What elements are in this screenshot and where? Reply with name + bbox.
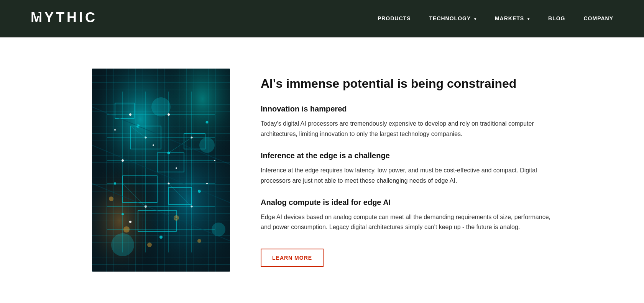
svg-point-45: [123, 226, 130, 233]
svg-rect-1: [36, 13, 40, 16]
nav-link-products[interactable]: PRODUCTS: [378, 15, 411, 21]
svg-line-55: [169, 138, 192, 153]
svg-rect-20: [169, 187, 192, 205]
svg-line-57: [169, 183, 192, 206]
section-body-2: Inference at the edge requires low laten…: [261, 165, 552, 186]
svg-rect-2: [92, 69, 230, 272]
svg-rect-21: [138, 210, 176, 231]
svg-line-58: [92, 145, 230, 203]
svg-rect-22: [115, 103, 134, 118]
svg-point-39: [168, 152, 170, 154]
circuit-board-image: [92, 69, 230, 272]
svg-line-60: [92, 107, 230, 164]
section-body-1: Today's digital AI processors are tremen…: [261, 119, 552, 139]
svg-rect-23: [184, 134, 205, 149]
svg-point-49: [109, 197, 113, 201]
svg-rect-19: [123, 176, 157, 203]
section-body-3: Edge AI devices based on analog compute …: [261, 212, 552, 233]
logo-text: MYTHIC: [31, 9, 107, 28]
svg-point-43: [206, 121, 209, 124]
section-title-3: Analog compute is ideal for edge AI: [261, 198, 552, 207]
svg-rect-18: [157, 153, 184, 172]
svg-text:MYTHIC: MYTHIC: [31, 10, 97, 25]
nav-item-markets[interactable]: MARKETS ▾: [495, 15, 530, 22]
logo[interactable]: MYTHIC: [31, 9, 107, 28]
svg-point-29: [168, 183, 170, 185]
svg-point-51: [199, 138, 215, 153]
chevron-down-icon: ▾: [474, 17, 476, 21]
page-title: AI's immense potential is being constrai…: [261, 76, 552, 91]
svg-point-31: [191, 206, 193, 208]
svg-point-32: [153, 144, 154, 146]
nav-item-blog[interactable]: BLOG: [548, 15, 565, 22]
svg-point-47: [174, 215, 179, 221]
svg-point-33: [176, 167, 177, 169]
svg-point-38: [136, 124, 140, 128]
svg-point-37: [214, 160, 215, 161]
svg-rect-4: [92, 69, 230, 272]
svg-point-50: [151, 97, 171, 116]
svg-point-41: [122, 213, 124, 215]
svg-point-52: [111, 233, 134, 256]
svg-line-59: [92, 183, 230, 241]
svg-rect-17: [130, 126, 161, 149]
svg-line-56: [123, 183, 146, 206]
svg-point-24: [129, 113, 131, 116]
svg-rect-5: [92, 69, 230, 272]
nav-link-company[interactable]: COMPANY: [583, 15, 613, 21]
learn-more-button[interactable]: LEARN MORE: [261, 249, 324, 267]
section-title-2: Inference at the edge is a challenge: [261, 151, 552, 160]
nav-links: PRODUCTS TECHNOLOGY ▾ MARKETS ▾ BLOG COM…: [378, 15, 613, 22]
nav-link-technology[interactable]: TECHNOLOGY ▾: [429, 15, 476, 21]
svg-point-46: [147, 242, 152, 247]
hero-image-section: [92, 69, 230, 272]
nav-item-products[interactable]: PRODUCTS: [378, 15, 411, 22]
nav-item-company[interactable]: COMPANY: [583, 15, 613, 22]
svg-point-53: [212, 223, 225, 236]
svg-point-40: [198, 190, 201, 193]
chevron-down-icon: ▾: [527, 17, 530, 21]
svg-point-48: [197, 239, 201, 243]
nav-item-technology[interactable]: TECHNOLOGY ▾: [429, 15, 476, 22]
navbar: MYTHIC PRODUCTS TECHNOLOGY ▾ MARKETS ▾ B…: [0, 0, 644, 38]
nav-link-markets[interactable]: MARKETS ▾: [495, 15, 530, 21]
main-content: AI's immense potential is being constrai…: [0, 38, 644, 302]
svg-line-54: [130, 126, 146, 138]
svg-rect-6: [92, 69, 230, 272]
nav-link-blog[interactable]: BLOG: [548, 15, 565, 21]
svg-point-36: [114, 129, 116, 131]
svg-point-30: [145, 205, 147, 208]
svg-rect-3: [92, 69, 230, 272]
svg-point-25: [145, 137, 147, 139]
svg-point-42: [159, 236, 163, 239]
text-section: AI's immense potential is being constrai…: [261, 69, 552, 267]
svg-point-28: [122, 159, 124, 162]
svg-point-34: [129, 221, 131, 223]
svg-point-44: [114, 182, 116, 185]
circuit-svg: [92, 69, 230, 272]
svg-point-27: [191, 137, 193, 139]
section-title-1: Innovation is hampered: [261, 105, 552, 113]
svg-point-35: [206, 183, 208, 184]
svg-point-26: [168, 113, 170, 116]
